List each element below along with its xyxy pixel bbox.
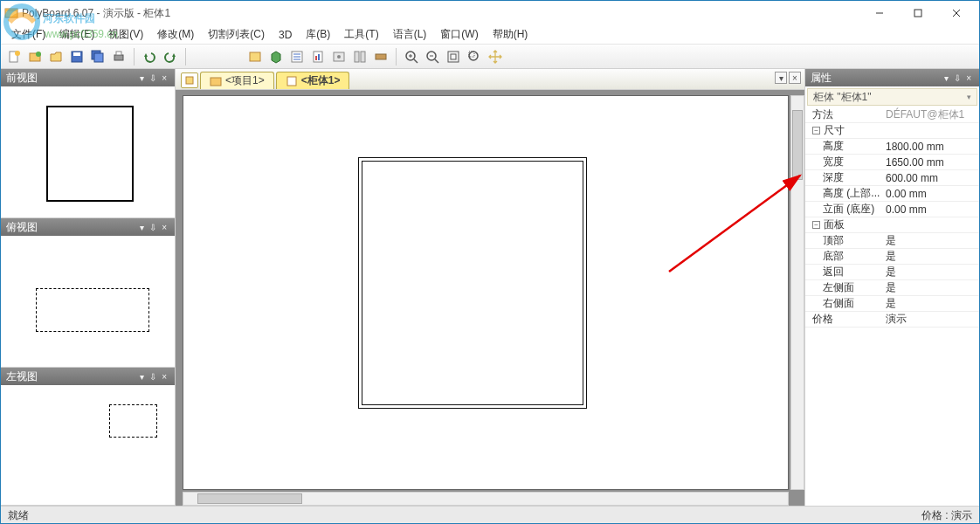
svg-rect-29 [355,52,359,62]
tab-close-icon[interactable]: × [789,72,801,84]
prop-bottom-panel[interactable]: 底部是 [805,249,979,265]
maximize-button[interactable] [899,1,937,25]
window-title: PolyBoard 6.07 - 演示版 - 柜体1 [22,6,860,21]
properties-header[interactable]: 属性 ▾ ⇩ × [805,69,979,86]
prop-width[interactable]: 宽度1650.00 mm [805,155,979,170]
svg-rect-25 [315,56,317,60]
config-icon[interactable] [329,47,349,66]
report-icon[interactable] [308,47,328,66]
dropdown-icon[interactable]: ▾ [944,73,949,83]
menu-edit[interactable]: 编辑(E) [54,25,100,44]
prop-group-dims[interactable]: −尺寸 [805,123,979,139]
menu-tools[interactable]: 工具(T) [339,25,383,44]
front-view-shape [46,106,134,202]
menu-modify[interactable]: 修改(M) [152,25,199,44]
list-icon[interactable] [287,47,307,66]
prop-back-panel[interactable]: 返回是 [805,265,979,280]
vertical-scrollbar[interactable] [790,95,804,490]
pin-icon[interactable]: ⇩ [149,73,156,83]
zoom-region-icon[interactable] [465,47,484,66]
menu-window[interactable]: 窗口(W) [435,25,483,44]
minimize-button[interactable] [860,1,899,25]
close-icon[interactable]: × [162,73,167,83]
menu-cutlist[interactable]: 切割列表(C) [203,25,270,44]
top-view-canvas[interactable] [1,236,175,367]
svg-point-12 [36,52,41,57]
status-left: 就绪 [8,508,29,523]
prop-left-panel[interactable]: 左侧面是 [805,280,979,296]
svg-rect-14 [73,52,80,56]
svg-rect-45 [287,77,296,86]
svg-rect-18 [116,52,121,55]
zoom-fit-icon[interactable] [444,47,463,66]
front-view-header[interactable]: 前视图 ▾ ⇩ × [1,69,175,86]
menu-language[interactable]: 语言(L) [388,25,432,44]
properties-subject[interactable]: 柜体 "柜体1" [807,88,977,106]
menu-view[interactable]: 视图(V) [103,25,148,44]
prop-right-panel[interactable]: 右侧面是 [805,296,979,312]
close-icon[interactable]: × [966,73,971,83]
prop-base[interactable]: 立面 (底座)0.00 mm [805,202,979,217]
svg-rect-6 [914,10,921,17]
save-all-icon[interactable] [88,47,107,66]
left-view-shape [109,404,157,438]
tab-project-label: <项目1> [225,73,265,88]
tab-dropdown-icon[interactable]: ▾ [775,72,787,84]
tab-project[interactable]: <项目1> [200,72,274,89]
close-button[interactable] [937,1,976,25]
menu-3d[interactable]: 3D [273,27,297,43]
item-icon[interactable] [245,47,265,66]
properties-title: 属性 [811,71,832,86]
new-project-icon[interactable] [25,47,45,66]
undo-icon[interactable] [140,47,159,66]
pin-icon[interactable]: ⇩ [954,73,961,83]
open-icon[interactable] [46,47,66,66]
save-icon[interactable] [67,47,86,66]
tab-cabinet[interactable]: <柜体1> [276,72,350,89]
cut-icon[interactable] [350,47,369,66]
svg-point-28 [337,55,341,59]
pin-icon[interactable]: ⇩ [149,372,156,382]
status-right: 价格 : 演示 [921,508,972,523]
main-toolbar [1,45,979,69]
cabinet-drawing[interactable] [358,157,587,409]
menu-library[interactable]: 库(B) [300,25,335,44]
front-view-canvas[interactable] [1,86,175,217]
left-viewports: 前视图 ▾ ⇩ × 俯视图 ▾ ⇩ × 左视图 [1,69,176,506]
new-doc-icon[interactable] [4,47,24,66]
zoom-in-icon[interactable] [402,47,421,66]
menu-bar: 文件(F) 编辑(E) 视图(V) 修改(M) 切割列表(C) 3D 库(B) … [1,25,979,45]
app-icon [4,6,18,20]
redo-icon[interactable] [161,47,180,66]
box-icon[interactable] [266,47,286,66]
properties-panel: 属性 ▾ ⇩ × 柜体 "柜体1" 方法DÉFAUT@柜体1 −尺寸 高度180… [804,69,979,506]
print-icon[interactable] [109,47,128,66]
zoom-out-icon[interactable] [423,47,442,66]
prop-top-panel[interactable]: 顶部是 [805,233,979,249]
pin-icon[interactable]: ⇩ [149,223,156,232]
prop-method[interactable]: 方法DÉFAUT@柜体1 [805,107,979,123]
top-view-header[interactable]: 俯视图 ▾ ⇩ × [1,218,175,236]
prop-depth[interactable]: 深度600.00 mm [805,170,979,186]
canvas-viewport[interactable] [176,90,804,506]
prop-price[interactable]: 价格演示 [805,312,979,328]
svg-line-37 [435,59,438,63]
drawing-paper [183,95,789,490]
svg-rect-19 [250,52,260,61]
close-icon[interactable]: × [162,223,167,232]
menu-file[interactable]: 文件(F) [6,25,51,44]
left-view-header[interactable]: 左视图 ▾ ⇩ × [1,368,175,385]
close-icon[interactable]: × [162,372,167,382]
status-bar: 就绪 价格 : 演示 [1,506,979,524]
dropdown-icon[interactable]: ▾ [140,372,144,382]
prop-group-panels[interactable]: −面板 [805,217,979,233]
prop-upper-height[interactable]: 高度 (上部...0.00 mm [805,186,979,202]
prop-height[interactable]: 高度1800.00 mm [805,139,979,155]
pan-icon[interactable] [486,47,505,66]
dropdown-icon[interactable]: ▾ [140,223,144,232]
horizontal-scrollbar[interactable] [183,492,789,506]
tab-list-icon[interactable] [181,72,198,88]
dropdown-icon[interactable]: ▾ [140,73,144,83]
material-icon[interactable] [371,47,390,66]
menu-help[interactable]: 帮助(H) [487,25,534,44]
